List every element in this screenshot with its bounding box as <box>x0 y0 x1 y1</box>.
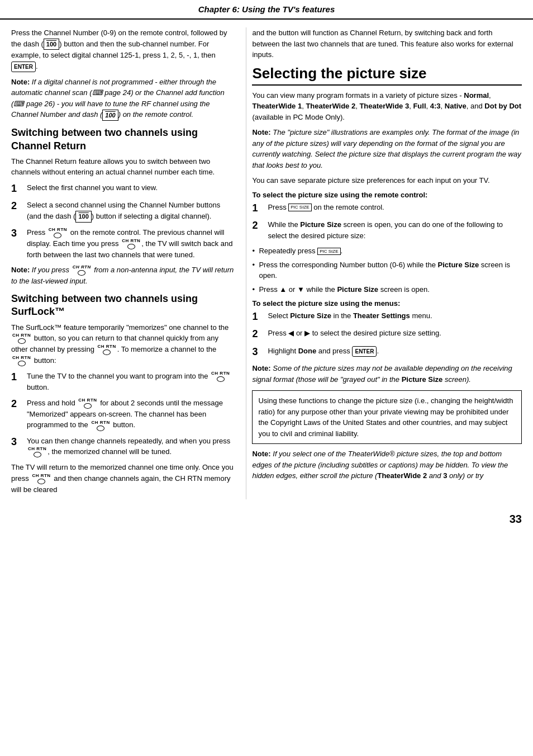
info-box: Using these functions to change the pict… <box>252 390 522 444</box>
dash-button-icon: 100 <box>44 39 59 50</box>
step-number: 1 <box>252 202 264 215</box>
remote-step1-text: Press PIC SIZE on the remote control. <box>268 202 522 213</box>
page-number: 33 <box>0 507 533 531</box>
right-intro: and the button will function as Channel … <box>252 27 522 60</box>
section1-steps: 1 Select the first channel you want to v… <box>11 182 236 260</box>
step-number: 1 <box>252 310 264 323</box>
bullet1: Repeatedly press PIC SIZE. <box>252 245 522 257</box>
step2-text: Select a second channel using the Channe… <box>27 200 236 222</box>
step-number: 2 <box>11 200 23 212</box>
note5: Note: If you select one of the TheaterWi… <box>252 448 522 481</box>
enter-button-icon2: ENTER <box>352 346 377 357</box>
arrow-right-icon <box>304 329 310 337</box>
step1: 1 Select the first channel you want to v… <box>11 182 236 195</box>
remote-step2: 2 While the Picture Size screen is open,… <box>252 219 522 241</box>
step-number: 2 <box>252 328 264 341</box>
arrow-left-icon <box>288 329 294 337</box>
ch-rtn-icon2: CH RTN <box>122 239 140 249</box>
section2-intro: The SurfLock™ feature temporarily "memor… <box>11 322 236 367</box>
section1-heading: Switching between two channels using Cha… <box>11 126 236 153</box>
arrow-up-icon <box>279 285 287 294</box>
note1: Note: If a digital channel is not progra… <box>11 77 236 121</box>
step2: 2 Select a second channel using the Chan… <box>11 200 236 222</box>
step3: 3 Press CH RTN on the remote control. Th… <box>11 227 236 261</box>
step-number: 2 <box>252 219 264 232</box>
step1-text: Select the first channel you want to vie… <box>27 182 236 193</box>
section2-heading: Switching between two channels using Sur… <box>11 292 236 319</box>
remote-step1: 1 Press PIC SIZE on the remote control. <box>252 202 522 215</box>
step-number: 3 <box>11 436 23 448</box>
ch-rtn-icon: CH RTN <box>49 228 67 238</box>
enter-button-icon: ENTER <box>11 62 36 72</box>
left-column: Press the Channel Number (0-9) on the re… <box>11 27 246 499</box>
pic-size-button-icon2: PIC SIZE <box>317 248 340 256</box>
page-header: Chapter 6: Using the TV's features <box>0 0 533 20</box>
intro-paragraph: Press the Channel Number (0-9) on the re… <box>11 27 236 72</box>
step2-3-text: You can then change channels repeatedly,… <box>27 436 236 458</box>
chapter-title: Chapter 6: Using the TV's features <box>198 4 335 14</box>
bullets: Repeatedly press PIC SIZE. Press the cor… <box>252 245 522 295</box>
right-column: and the button will function as Channel … <box>246 27 522 499</box>
section2-outro: The TV will return to the memorized chan… <box>11 462 236 495</box>
ch-rtn-icon10: CH RTN <box>28 447 46 457</box>
save-text: You can save separate picture size prefe… <box>252 175 522 186</box>
remote-heading: To select the picture size using the rem… <box>252 191 522 199</box>
step-number: 2 <box>11 398 23 410</box>
ch-rtn-icon3: CH RTN <box>73 265 91 276</box>
step3-text: Press CH RTN on the remote control. The … <box>27 227 236 261</box>
dash-button-icon2: 100 <box>102 110 118 121</box>
remote-steps: 1 Press PIC SIZE on the remote control. … <box>252 202 522 241</box>
section3-heading: Selecting the picture size <box>252 65 522 86</box>
menu-steps: 1 Select Picture Size in the Theater Set… <box>252 310 522 358</box>
step-number: 1 <box>11 371 23 384</box>
menu-step3-text: Highlight Done and press ENTER. <box>268 346 522 357</box>
step2-1: 1 Tune the TV to the channel you want to… <box>11 371 236 393</box>
ch-rtn-icon7: CH RTN <box>211 371 230 382</box>
ch-rtn-icon8: CH RTN <box>78 398 97 409</box>
arrow-down-icon <box>297 285 304 294</box>
step-number: 3 <box>11 227 23 240</box>
menu-heading: To select the picture size using the men… <box>252 299 522 308</box>
menu-step2-text: Press or to select the desired picture s… <box>268 328 522 339</box>
dash-button-icon3: 100 <box>75 211 91 223</box>
section3-intro: You can view many program formats in a v… <box>252 90 522 123</box>
menu-step1-text: Select Picture Size in the Theater Setti… <box>268 310 522 322</box>
note4: Note: Some of the picture sizes may not … <box>252 363 522 385</box>
note3: Note: The "picture size" illustrations a… <box>252 127 522 171</box>
step2-3: 3 You can then change channels repeatedl… <box>11 436 236 458</box>
bullet2: Press the corresponding Number button (0… <box>252 259 522 281</box>
bullet3: Press or while the Picture Size screen i… <box>252 284 522 295</box>
note2: Note: If you press CH RTN from a non-ant… <box>11 264 236 287</box>
menu-step1: 1 Select Picture Size in the Theater Set… <box>252 310 522 323</box>
step2-2-text: Press and hold CH RTN for about 2 second… <box>27 398 236 431</box>
ch-rtn-icon6: CH RTN <box>12 356 31 366</box>
ch-rtn-icon9: CH RTN <box>91 420 110 431</box>
step2-2: 2 Press and hold CH RTN for about 2 seco… <box>11 398 236 431</box>
menu-step3: 3 Highlight Done and press ENTER. <box>252 346 522 358</box>
ch-rtn-icon4: CH RTN <box>12 333 31 344</box>
section1-intro: The Channel Return feature allows you to… <box>11 156 236 178</box>
info-box-text: Using these functions to change the pict… <box>258 396 513 438</box>
step2-1-text: Tune the TV to the channel you want to p… <box>27 371 236 393</box>
menu-step2: 2 Press or to select the desired picture… <box>252 328 522 341</box>
step-number: 3 <box>252 346 264 358</box>
section2-steps: 1 Tune the TV to the channel you want to… <box>11 371 236 457</box>
step-number: 1 <box>11 182 23 195</box>
pic-size-button-icon: PIC SIZE <box>288 204 311 211</box>
ch-rtn-icon11: CH RTN <box>32 474 50 484</box>
ch-rtn-icon5: CH RTN <box>97 344 116 355</box>
remote-step2-text: While the Picture Size screen is open, y… <box>268 219 522 241</box>
